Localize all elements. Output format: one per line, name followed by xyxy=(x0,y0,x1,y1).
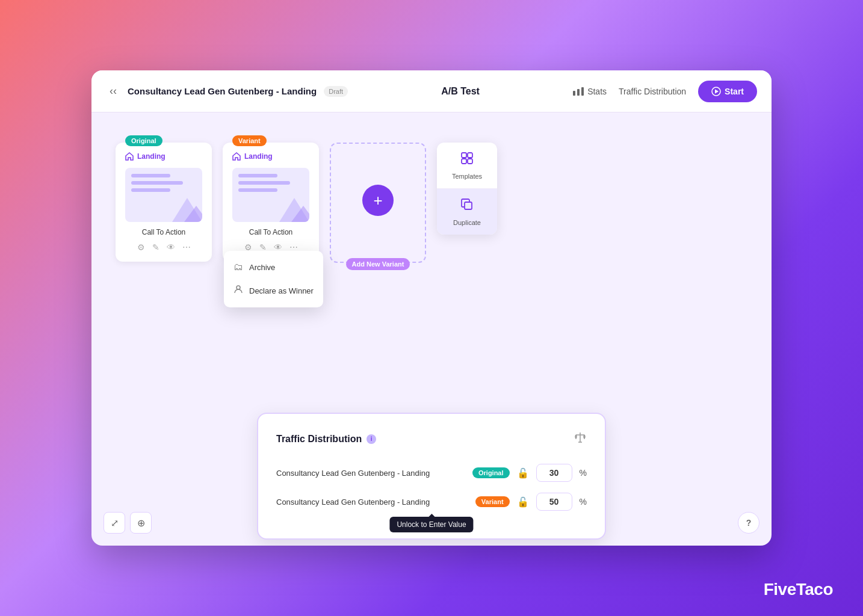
original-card-preview xyxy=(125,168,202,222)
preview-decoration xyxy=(279,195,309,222)
preview-decoration xyxy=(172,195,202,222)
add-variant-box[interactable]: + Add New Variant xyxy=(330,143,426,263)
edit-icon[interactable]: ✎ xyxy=(152,242,159,252)
home-icon xyxy=(232,152,241,161)
balance-icon xyxy=(574,431,587,447)
preview-line xyxy=(238,174,277,177)
canvas: Original Landing xyxy=(91,112,772,546)
settings-icon[interactable]: ⚙ xyxy=(137,242,145,252)
header: ‹‹ Consultancy Lead Gen Gutenberg - Land… xyxy=(91,70,772,112)
variant-card-title: Call To Action xyxy=(232,228,309,236)
traffic-variant-badge: Variant xyxy=(475,496,510,507)
branding: FiveTaco xyxy=(764,580,833,599)
copy-icon xyxy=(460,197,474,212)
traffic-card-title: Traffic Distribution i xyxy=(276,434,376,445)
variant-card-header: Landing xyxy=(232,152,309,161)
svg-rect-1 xyxy=(577,89,580,96)
archive-icon: 🗂 xyxy=(234,262,243,273)
scale-icon xyxy=(574,431,587,444)
variant-badge: Variant xyxy=(232,135,267,146)
help-button[interactable]: ? xyxy=(738,512,759,534)
templates-item[interactable]: Templates xyxy=(437,143,497,189)
traffic-variant-percent: % xyxy=(580,497,587,507)
header-right: Stats Traffic Distribution Start xyxy=(573,81,757,102)
info-icon: i xyxy=(367,434,376,444)
back-button[interactable]: ‹‹ xyxy=(106,81,120,101)
lock-icon: 🔓 xyxy=(517,467,529,479)
traffic-variant-input[interactable] xyxy=(536,493,572,511)
stats-icon xyxy=(573,87,584,96)
preview-line xyxy=(131,188,170,192)
home-icon xyxy=(125,152,134,161)
more-icon[interactable]: ⋯ xyxy=(182,242,191,252)
play-icon xyxy=(711,87,721,96)
grid-icon xyxy=(460,151,474,165)
svg-rect-10 xyxy=(468,153,472,158)
svg-rect-9 xyxy=(462,153,466,158)
traffic-original-percent: % xyxy=(580,468,587,478)
traffic-distribution-link[interactable]: Traffic Distribution xyxy=(619,87,686,96)
svg-rect-11 xyxy=(462,159,466,164)
unlock-tooltip: Unlock to Enter Value xyxy=(389,517,473,532)
preview-line xyxy=(131,174,170,177)
templates-icon xyxy=(460,151,474,169)
original-badge: Original xyxy=(125,135,162,146)
traffic-original-input[interactable] xyxy=(536,464,572,482)
add-variant-label: Add New Variant xyxy=(346,258,410,270)
original-card-title: Call To Action xyxy=(125,228,202,236)
start-button[interactable]: Start xyxy=(698,81,757,102)
archive-menu-item[interactable]: 🗂 Archive xyxy=(224,256,323,279)
svg-rect-0 xyxy=(573,91,575,96)
stats-button[interactable]: Stats xyxy=(573,87,607,96)
context-menu: 🗂 Archive Declare as Winner xyxy=(224,251,323,307)
traffic-original-badge: Original xyxy=(472,467,510,478)
svg-point-14 xyxy=(237,286,240,289)
traffic-original-name: Consultancy Lead Gen Gutenberg - Landing xyxy=(276,469,465,478)
svg-rect-2 xyxy=(581,87,584,96)
lock-icon: 🔓 xyxy=(517,496,529,508)
original-card-actions: ⚙ ✎ 👁 ⋯ xyxy=(125,242,202,252)
preview-line xyxy=(131,181,183,185)
add-variant-button[interactable]: + xyxy=(362,185,394,216)
svg-marker-4 xyxy=(715,89,719,93)
expand-button[interactable]: ⤢ xyxy=(104,512,125,534)
variant-card-preview xyxy=(232,168,309,222)
zoom-button[interactable]: ⊕ xyxy=(130,512,152,534)
cards-row: Original Landing xyxy=(116,131,747,263)
ab-test-title: A/B Test xyxy=(355,86,566,97)
templates-label: Templates xyxy=(452,173,482,180)
traffic-card-header: Traffic Distribution i xyxy=(276,431,587,447)
traffic-row-original: Consultancy Lead Gen Gutenberg - Landing… xyxy=(276,464,587,482)
svg-rect-12 xyxy=(468,159,472,164)
original-card-header: Landing xyxy=(125,152,202,161)
page-title: Consultancy Lead Gen Gutenberg - Landing xyxy=(128,86,317,96)
person-icon xyxy=(234,285,243,294)
declare-winner-menu-item[interactable]: Declare as Winner xyxy=(224,279,323,303)
draft-badge: Draft xyxy=(324,86,348,97)
traffic-variant-name: Consultancy Lead Gen Gutenberg - Landing xyxy=(276,497,468,507)
bottom-controls: ⤢ ⊕ xyxy=(104,512,152,534)
winner-icon xyxy=(234,285,243,297)
svg-rect-13 xyxy=(465,202,472,209)
duplicate-icon xyxy=(460,197,474,215)
variant-card: Variant Landing xyxy=(223,143,319,262)
original-card: Original Landing xyxy=(116,143,212,262)
view-icon[interactable]: 👁 xyxy=(167,242,175,252)
main-window: ‹‹ Consultancy Lead Gen Gutenberg - Land… xyxy=(91,70,772,546)
templates-panel: Templates Duplicate xyxy=(437,143,497,235)
archive-label: Archive xyxy=(249,263,275,272)
traffic-distribution-card: Traffic Distribution i Consultancy Lead … xyxy=(257,413,606,540)
preview-line xyxy=(238,188,277,192)
traffic-row-variant: Consultancy Lead Gen Gutenberg - Landing… xyxy=(276,493,587,511)
duplicate-item[interactable]: Duplicate xyxy=(437,189,497,235)
preview-line xyxy=(238,181,290,185)
declare-winner-label: Declare as Winner xyxy=(249,286,314,295)
duplicate-label: Duplicate xyxy=(453,219,481,226)
